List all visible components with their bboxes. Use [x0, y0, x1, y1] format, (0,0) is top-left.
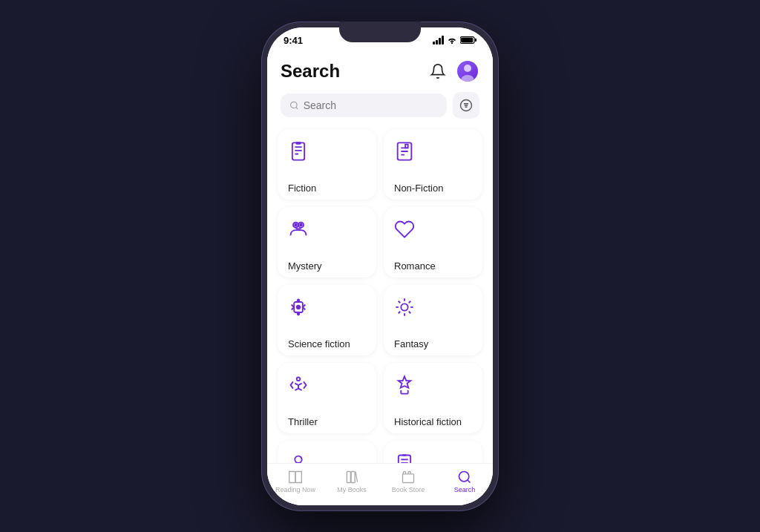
- nav-label-reading-now: Reading Now: [275, 486, 315, 493]
- fiction-icon: [288, 141, 309, 165]
- category-card-fiction[interactable]: Fiction: [278, 129, 376, 200]
- svg-point-22: [295, 223, 297, 226]
- fantasy-label: Fantasy: [394, 338, 428, 349]
- svg-rect-43: [347, 471, 350, 482]
- nonfiction-label: Non-Fiction: [394, 183, 443, 194]
- search-input-wrapper[interactable]: [281, 93, 447, 117]
- romance-label: Romance: [394, 260, 436, 272]
- svg-line-34: [409, 311, 410, 312]
- page-title: Search: [281, 61, 340, 82]
- status-icons: [433, 36, 476, 45]
- filter-icon: [459, 99, 473, 112]
- nav-item-book-store[interactable]: Book Store: [380, 470, 436, 493]
- svg-line-7: [296, 107, 298, 108]
- signal-icon: [433, 36, 444, 45]
- category-card-travel[interactable]: Travel: [384, 441, 482, 463]
- romance-icon: [394, 219, 415, 243]
- svg-point-27: [298, 313, 299, 315]
- svg-point-46: [459, 471, 469, 481]
- svg-rect-2: [475, 39, 476, 42]
- search-nav-icon: [457, 470, 472, 485]
- fantasy-icon: [394, 297, 415, 321]
- svg-line-35: [399, 311, 400, 312]
- category-card-nonfiction[interactable]: Non-Fiction: [384, 129, 482, 200]
- filter-button[interactable]: [453, 92, 479, 119]
- wifi-icon: [447, 36, 457, 44]
- phone-frame: 9:41: [261, 22, 499, 511]
- nav-item-search[interactable]: Search: [436, 470, 493, 493]
- svg-point-25: [297, 305, 301, 309]
- category-card-romance[interactable]: Romance: [384, 207, 482, 278]
- notch: [339, 22, 421, 42]
- books-icon: [344, 470, 359, 485]
- search-icon: [289, 100, 299, 111]
- svg-point-4: [464, 65, 471, 72]
- mystery-label: Mystery: [288, 260, 322, 272]
- book-open-icon: [288, 470, 303, 485]
- status-time: 9:41: [284, 35, 303, 46]
- nav-label-book-store: Book Store: [392, 486, 425, 493]
- svg-point-0: [451, 42, 453, 44]
- svg-point-38: [295, 456, 301, 462]
- travel-icon: [394, 453, 415, 463]
- svg-rect-44: [351, 471, 355, 482]
- profile-button[interactable]: [456, 59, 479, 83]
- nonfiction-icon: [394, 141, 415, 165]
- svg-point-23: [300, 223, 302, 226]
- thriller-icon: [288, 375, 309, 398]
- category-card-fantasy[interactable]: Fantasy: [384, 285, 482, 355]
- svg-line-33: [399, 301, 400, 302]
- app-header: Search: [267, 50, 493, 89]
- bottom-nav: Reading Now My Books: [267, 463, 493, 505]
- bell-icon: [430, 63, 446, 79]
- svg-point-26: [298, 299, 299, 301]
- battery-icon: [460, 36, 476, 45]
- fiction-label: Fiction: [288, 183, 316, 194]
- svg-line-36: [409, 301, 410, 302]
- notification-button[interactable]: [426, 59, 450, 83]
- header-icons: [426, 59, 479, 83]
- svg-point-28: [401, 303, 407, 310]
- svg-rect-16: [296, 142, 301, 145]
- svg-point-6: [291, 102, 297, 108]
- nav-label-my-books: My Books: [337, 486, 367, 493]
- svg-line-47: [468, 479, 471, 482]
- categories-grid: Fiction Non-Fiction: [267, 126, 493, 463]
- svg-point-37: [297, 377, 301, 381]
- category-card-scifi[interactable]: Science fiction: [278, 285, 376, 355]
- nav-item-my-books[interactable]: My Books: [324, 470, 380, 493]
- category-card-mystery[interactable]: Mystery: [278, 207, 376, 278]
- svg-rect-3: [461, 38, 473, 43]
- avatar: [457, 61, 478, 82]
- mystery-icon: [288, 219, 309, 243]
- category-card-thriller[interactable]: Thriller: [278, 363, 376, 433]
- category-card-biography[interactable]: Biography: [278, 441, 376, 463]
- biography-icon: [288, 453, 309, 463]
- phone-screen: 9:41: [267, 27, 493, 505]
- svg-rect-45: [403, 473, 414, 482]
- category-card-historical[interactable]: Historical fiction: [384, 363, 482, 433]
- thriller-label: Thriller: [288, 416, 318, 427]
- app-content: Search: [267, 50, 493, 505]
- search-input[interactable]: [304, 99, 438, 111]
- svg-rect-12: [292, 142, 304, 160]
- nav-label-search: Search: [454, 486, 476, 493]
- search-bar-container: [267, 89, 493, 126]
- svg-point-5: [461, 75, 474, 82]
- scifi-label: Science fiction: [288, 338, 350, 349]
- historical-label: Historical fiction: [394, 416, 462, 427]
- scifi-icon: [288, 297, 309, 321]
- historical-icon: [394, 375, 415, 398]
- store-icon: [401, 470, 416, 485]
- nav-item-reading-now[interactable]: Reading Now: [267, 470, 324, 493]
